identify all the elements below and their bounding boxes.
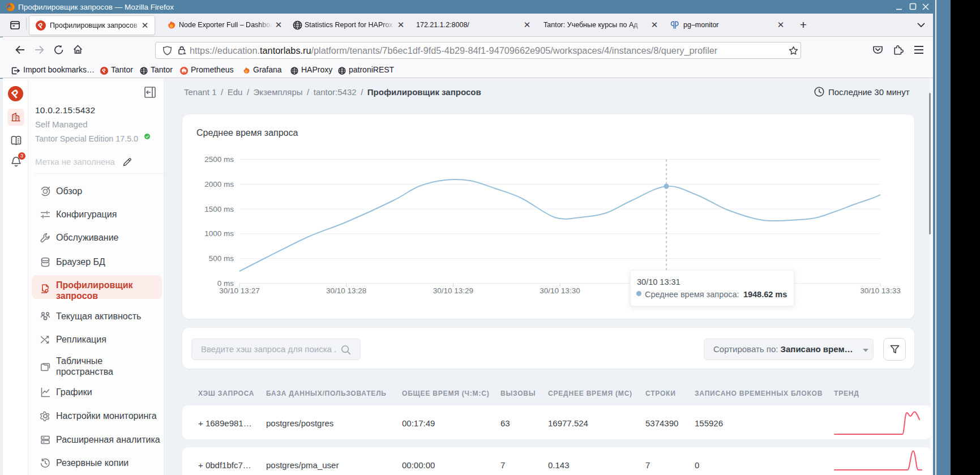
svg-text:1000 ms: 1000 ms (204, 229, 234, 238)
svg-text:30/10 13:30: 30/10 13:30 (540, 286, 580, 295)
svg-text:1500 ms: 1500 ms (204, 205, 234, 213)
svg-text:2500 ms: 2500 ms (204, 155, 234, 164)
svg-text:30/10 13:29: 30/10 13:29 (433, 286, 473, 295)
svg-text:30/10 13:33: 30/10 13:33 (860, 286, 900, 295)
svg-text:30/10 13:27: 30/10 13:27 (219, 286, 259, 295)
svg-text:500 ms: 500 ms (209, 254, 234, 263)
svg-text:30/10 13:28: 30/10 13:28 (326, 286, 366, 295)
svg-text:2000 ms: 2000 ms (204, 180, 234, 189)
